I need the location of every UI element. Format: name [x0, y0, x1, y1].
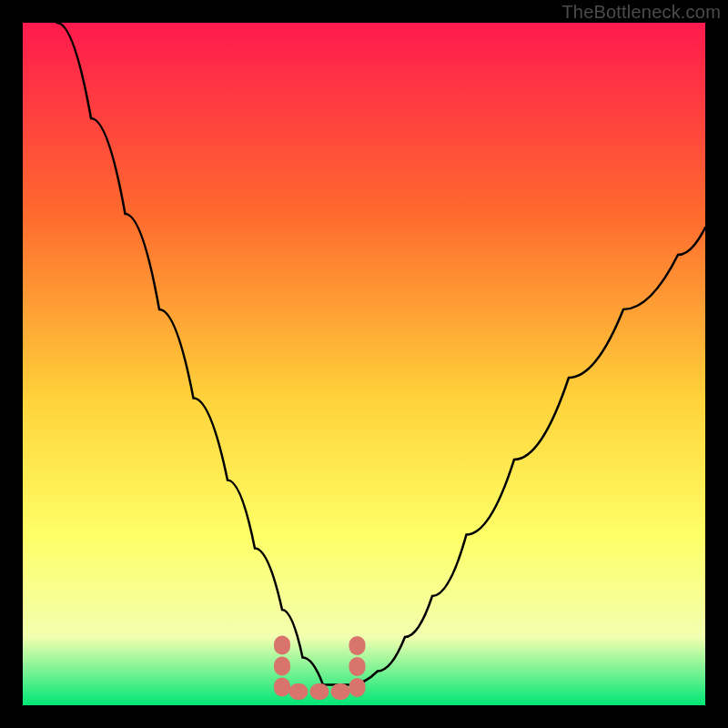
- bottleneck-chart: [23, 23, 705, 705]
- chart-frame: TheBottleneck.com: [0, 0, 728, 728]
- plot-area: [23, 23, 705, 705]
- gradient-background: [23, 23, 705, 705]
- attribution-text: TheBottleneck.com: [561, 2, 721, 23]
